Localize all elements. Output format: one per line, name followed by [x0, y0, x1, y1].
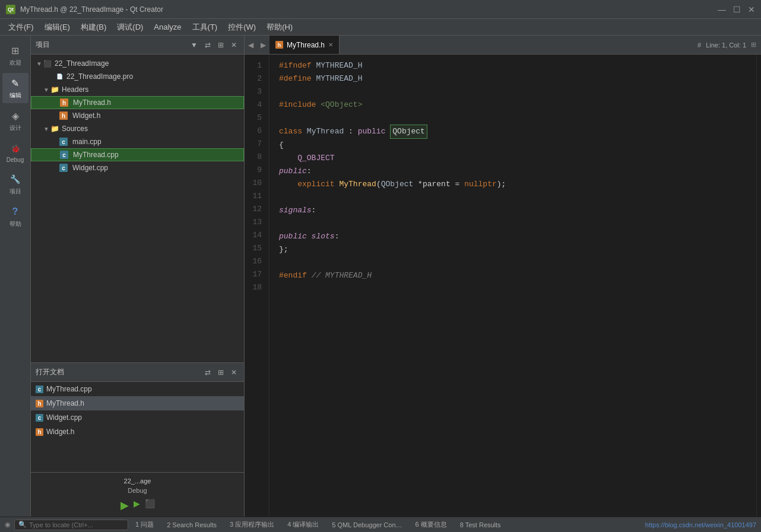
open-files-expand-button[interactable]: ⊞ [215, 367, 226, 378]
open-file-label-mythread-cpp: MyThread.cpp [46, 385, 92, 393]
menu-tools[interactable]: 工具(T) [188, 20, 223, 34]
locate-input[interactable] [29, 521, 124, 528]
search-bar[interactable]: 🔍 [14, 520, 128, 530]
project-panel-title: 项目 [36, 40, 50, 50]
app-icon: Qt [6, 5, 15, 14]
menu-file[interactable]: 文件(F) [4, 20, 39, 34]
close-panel-button[interactable]: ✕ [229, 40, 239, 50]
run-button[interactable]: ▶ [121, 499, 129, 512]
widget-h-icon: h [59, 112, 68, 120]
editor-tab-mythread-h[interactable]: h MyThread.h ✕ [269, 36, 340, 54]
mythread-cpp-icon: c [60, 151, 68, 159]
open-files-close-button[interactable]: ✕ [229, 367, 239, 378]
bottom-tab-search[interactable]: 2 Search Results [161, 520, 223, 530]
pro-label: 22_ThreadImage.pro [66, 72, 133, 81]
csdn-link[interactable]: https://blog.csdn.net/weixin_41001497 [645, 521, 756, 528]
open-file-list: c MyThread.cpp h MyThread.h c Widget.cpp… [31, 382, 244, 472]
bottom-tab-problems[interactable]: 1 问题 [129, 519, 160, 530]
widget-cpp-icon: c [59, 164, 68, 172]
welcome-icon: ⊞ [9, 44, 22, 57]
sidebar-label-design: 设计 [9, 124, 21, 132]
open-file-label-widget-h: Widget.h [46, 428, 74, 436]
expand-button[interactable]: ⊞ [215, 40, 226, 50]
editor-toolbar: # Line: 1, Col: 1 ⊞ [340, 36, 761, 54]
code-content[interactable]: #ifndef MYTHREAD_H #define MYTHREAD_H #i… [269, 55, 756, 517]
pro-file-icon: 📄 [55, 72, 64, 81]
bottom-tab-compile[interactable]: 4 编译输出 [281, 519, 325, 530]
tab-forward-button[interactable]: ▶ [257, 36, 269, 54]
tree-item-widget-cpp[interactable]: c Widget.cpp [31, 161, 244, 174]
sidebar-item-design[interactable]: ◈ 设计 [2, 106, 28, 136]
window-title: MyThread.h @ 22_ThreadImage - Qt Creator [20, 5, 718, 14]
mythread-cpp-label: MyThread.cpp [73, 151, 119, 159]
mythread-h-label: MyThread.h [73, 98, 111, 107]
root-label: 22_ThreadImage [55, 59, 109, 68]
bottom-tab-test-results[interactable]: 8 Test Results [454, 520, 507, 530]
panel-header-actions: ▼ ⇄ ⊞ ✕ [188, 40, 239, 50]
tree-item-mythread-h[interactable]: h MyThread.h [31, 96, 244, 109]
open-file-mythread-h[interactable]: h MyThread.h [31, 396, 244, 410]
tree-item-pro[interactable]: 📄 22_ThreadImage.pro [31, 70, 244, 83]
sidebar-label-help: 帮助 [9, 220, 21, 228]
tree-item-widget-h[interactable]: h Widget.h [31, 109, 244, 122]
sidebar-item-debug[interactable]: 🐞 Debug [2, 138, 28, 167]
status-dot: ◉ [5, 521, 11, 528]
menu-controls[interactable]: 控件(W) [223, 20, 261, 34]
widget-cpp-label: Widget.cpp [72, 164, 108, 172]
tab-label-mythread-h: MyThread.h [287, 41, 325, 49]
filter-button[interactable]: ▼ [188, 40, 200, 50]
code-editor[interactable]: 1 2 3 4 5 6 7 8 9 10 11 12 13 14 15 16 1… [245, 55, 761, 517]
line-numbers: 1 2 3 4 5 6 7 8 9 10 11 12 13 14 15 16 1… [245, 55, 269, 517]
menu-build[interactable]: 构建(B) [76, 20, 111, 34]
sync-button[interactable]: ⇄ [202, 40, 213, 50]
tree-item-root[interactable]: ▼ ⬛ 22_ThreadImage [31, 57, 244, 70]
design-icon: ◈ [9, 109, 22, 122]
tab-file-icon: h [275, 41, 283, 49]
tab-close-button[interactable]: ✕ [328, 42, 333, 48]
sources-label: Sources [62, 125, 88, 133]
middle-panel: 项目 ▼ ⇄ ⊞ ✕ ▼ ⬛ 22_ThreadImage 📄 2 [31, 36, 245, 517]
sidebar-item-welcome[interactable]: ⊞ 欢迎 [2, 40, 28, 71]
search-icon: 🔍 [18, 521, 27, 528]
cpp-icon: c [36, 386, 43, 393]
window-controls: — ☐ ✕ [718, 5, 755, 14]
sidebar-icons: ⊞ 欢迎 ✎ 编辑 ◈ 设计 🐞 Debug 🔧 项目 ? 帮助 [0, 36, 31, 517]
bottom-tab-qml-debugger[interactable]: 5 QML Debugger Con… [326, 520, 408, 530]
minimize-button[interactable]: — [718, 5, 726, 14]
maximize-button[interactable]: ☐ [733, 5, 741, 14]
project-icon: 🔧 [9, 173, 22, 186]
tree-item-sources[interactable]: ▼ 📁 Sources [31, 122, 244, 135]
open-files-sync-button[interactable]: ⇄ [202, 367, 213, 378]
main-cpp-icon: c [59, 138, 68, 146]
open-files-panel: 打开文档 ⇄ ⊞ ✕ c MyThread.cpp h MyThread.h c [31, 362, 244, 517]
editor-position: Line: 1, Col: 1 [706, 42, 746, 49]
menu-debug[interactable]: 调试(D) [112, 20, 148, 34]
open-file-mythread-cpp[interactable]: c MyThread.cpp [31, 382, 244, 396]
debug-run-button[interactable]: ▶ [134, 499, 140, 512]
headers-folder-icon: 📁 [50, 85, 59, 94]
menu-help[interactable]: 帮助(H) [262, 20, 297, 34]
sidebar-item-help[interactable]: ? 帮助 [2, 202, 28, 232]
tree-item-main-cpp[interactable]: c main.cpp [31, 135, 244, 148]
arrow-headers: ▼ [43, 87, 50, 93]
bottom-tab-app-output[interactable]: 3 应用程序输出 [224, 519, 280, 530]
menu-bar: 文件(F) 编辑(E) 构建(B) 调试(D) Analyze 工具(T) 控件… [0, 19, 761, 36]
right-scrollbar[interactable] [756, 55, 761, 517]
editor-location[interactable]: # [697, 42, 701, 49]
open-file-widget-h[interactable]: h Widget.h [31, 425, 244, 439]
project-panel-header: 项目 ▼ ⇄ ⊞ ✕ [31, 36, 244, 55]
close-button[interactable]: ✕ [748, 5, 755, 14]
sources-folder-icon: 📁 [50, 124, 59, 133]
tree-item-headers[interactable]: ▼ 📁 Headers [31, 83, 244, 96]
bottom-tab-summary[interactable]: 6 概要信息 [410, 519, 453, 530]
stop-button[interactable]: ⬛ [145, 499, 155, 512]
open-file-widget-cpp[interactable]: c Widget.cpp [31, 410, 244, 425]
menu-analyze[interactable]: Analyze [149, 21, 186, 33]
h-icon: h [36, 400, 43, 407]
editor-expand-button[interactable]: ⊞ [751, 41, 756, 49]
tab-back-button[interactable]: ◀ [245, 36, 257, 54]
tree-item-mythread-cpp[interactable]: c MyThread.cpp [31, 148, 244, 161]
menu-edit[interactable]: 编辑(E) [40, 20, 75, 34]
sidebar-item-edit[interactable]: ✎ 编辑 [2, 73, 28, 103]
sidebar-item-project[interactable]: 🔧 项目 [2, 169, 28, 199]
